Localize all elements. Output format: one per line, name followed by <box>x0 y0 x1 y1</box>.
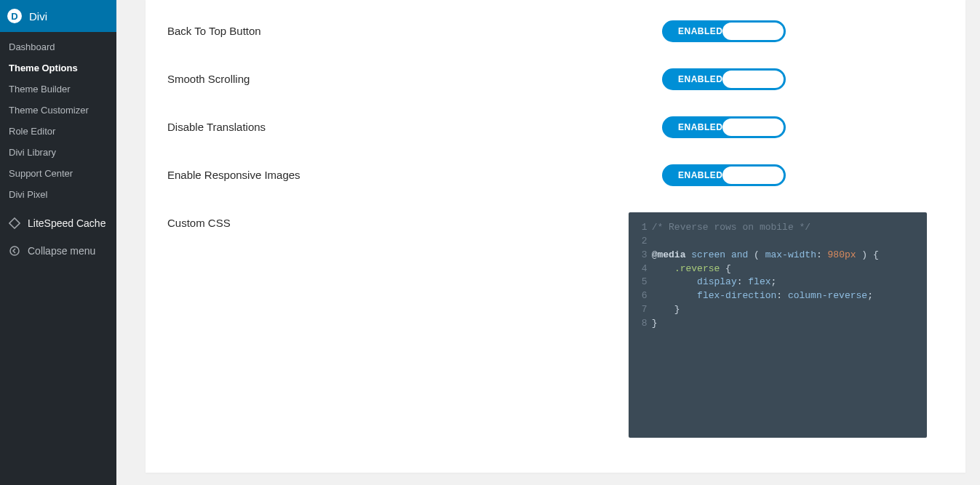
code-line: 2 <box>634 235 921 249</box>
code-token: ; <box>771 276 777 289</box>
toggle-state-label: ENABLED <box>678 74 723 84</box>
code-token: } <box>652 303 680 317</box>
collapse-menu-button[interactable]: Collapse menu <box>0 237 116 265</box>
line-number: 4 <box>634 262 648 276</box>
divi-logo-icon: D <box>7 9 22 23</box>
code-token: screen <box>691 249 725 262</box>
code-token: .reverse <box>674 262 720 276</box>
code-token: ; <box>867 289 873 303</box>
option-label: Custom CSS <box>167 212 643 229</box>
code-token: @media <box>652 249 686 262</box>
code-token: display <box>697 276 737 289</box>
line-number: 5 <box>634 276 648 289</box>
code-line: 4 .reverse { <box>634 262 921 276</box>
sidebar-submenu: DashboardTheme OptionsTheme BuilderTheme… <box>0 32 116 209</box>
code-token: max-width <box>765 249 816 262</box>
option-row-custom-css: Custom CSS 1/* Reverse rows on mobile */… <box>167 199 944 451</box>
toggle-state-label: ENABLED <box>678 122 723 132</box>
code-line: 3@media screen and ( max-width: 980px ) … <box>634 249 921 262</box>
sidebar-top-label: Divi <box>29 10 47 23</box>
code-line: 8} <box>634 317 921 331</box>
sidebar-subitem[interactable]: Theme Options <box>0 57 116 79</box>
option-label: Smooth Scrolling <box>167 68 662 85</box>
admin-sidebar: D Divi DashboardTheme OptionsTheme Build… <box>0 0 116 485</box>
option-row: Enable Responsive ImagesENABLED <box>167 151 944 199</box>
svg-point-1 <box>10 246 19 255</box>
main-content: Back To Top ButtonENABLEDSmooth Scrollin… <box>116 0 980 485</box>
code-token: : <box>776 289 788 303</box>
line-number: 6 <box>634 289 648 303</box>
sidebar-item-divi[interactable]: D Divi <box>0 0 116 32</box>
toggle-state-label: ENABLED <box>678 170 723 180</box>
sidebar-item-label: LiteSpeed Cache <box>28 217 105 229</box>
option-row: Smooth ScrollingENABLED <box>167 55 944 103</box>
sidebar-subitem[interactable]: Divi Pixel <box>0 184 116 205</box>
sidebar-subitem[interactable]: Support Center <box>0 163 116 184</box>
collapse-menu-label: Collapse menu <box>28 245 95 257</box>
code-token <box>652 276 697 289</box>
code-line: 6 flex-direction: column-reverse; <box>634 289 921 303</box>
code-line: 7 } <box>634 303 921 317</box>
diamond-icon <box>7 216 22 231</box>
code-token: column-reverse <box>788 289 867 303</box>
sidebar-subitem[interactable]: Divi Library <box>0 142 116 163</box>
custom-css-editor[interactable]: 1/* Reverse rows on mobile */23@media sc… <box>629 212 927 438</box>
code-token <box>652 289 697 303</box>
collapse-icon <box>7 244 22 258</box>
toggle-knob <box>722 167 784 184</box>
sidebar-subitem[interactable]: Role Editor <box>0 121 116 142</box>
code-token: and <box>731 249 748 262</box>
option-label: Disable Translations <box>167 116 662 133</box>
line-number: 3 <box>634 249 648 262</box>
code-token: flex <box>748 276 770 289</box>
option-row: Back To Top ButtonENABLED <box>167 7 944 55</box>
toggle-knob <box>722 23 784 40</box>
toggle-knob <box>722 71 784 88</box>
toggle-switch[interactable]: ENABLED <box>662 164 786 186</box>
sidebar-subitem[interactable]: Dashboard <box>0 36 116 57</box>
line-number: 8 <box>634 317 648 331</box>
code-line: 1/* Reverse rows on mobile */ <box>634 221 921 235</box>
code-token: ) { <box>856 249 879 262</box>
sidebar-item-litespeed[interactable]: LiteSpeed Cache <box>0 209 116 237</box>
sidebar-subitem[interactable]: Theme Builder <box>0 79 116 100</box>
toggle-switch[interactable]: ENABLED <box>662 20 786 42</box>
svg-rect-0 <box>9 218 20 228</box>
line-number: 2 <box>634 235 648 249</box>
code-token: } <box>652 317 658 331</box>
code-token: : <box>816 249 828 262</box>
toggle-switch[interactable]: ENABLED <box>662 68 786 90</box>
code-token <box>652 262 674 276</box>
code-line: 5 display: flex; <box>634 276 921 289</box>
sidebar-subitem[interactable]: Theme Customizer <box>0 100 116 121</box>
option-label: Enable Responsive Images <box>167 164 662 181</box>
code-token: 980px <box>828 249 856 262</box>
line-number: 7 <box>634 303 648 317</box>
code-token: flex-direction <box>697 289 776 303</box>
option-row: Disable TranslationsENABLED <box>167 103 944 151</box>
option-label: Back To Top Button <box>167 20 662 37</box>
toggle-state-label: ENABLED <box>678 26 723 36</box>
code-token: { <box>720 262 731 276</box>
code-token <box>685 249 691 262</box>
code-token: ( <box>748 249 765 262</box>
code-token <box>725 249 731 262</box>
code-token: /* Reverse rows on mobile */ <box>652 221 810 235</box>
code-token: : <box>737 276 749 289</box>
line-number: 1 <box>634 221 648 235</box>
toggle-switch[interactable]: ENABLED <box>662 116 786 138</box>
toggle-knob <box>722 119 784 136</box>
theme-options-panel: Back To Top ButtonENABLEDSmooth Scrollin… <box>146 0 965 473</box>
